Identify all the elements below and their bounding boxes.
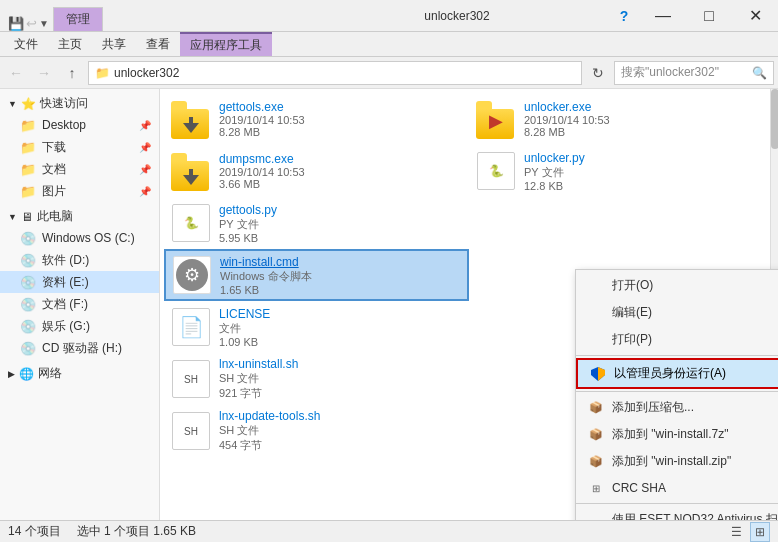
ctx-open-icon	[588, 278, 604, 294]
file-item-gettools-py[interactable]: 🐍 gettools.py PY 文件 5.95 KB	[164, 197, 469, 249]
sidebar-item-c[interactable]: 💿 Windows OS (C:)	[0, 227, 159, 249]
close-button[interactable]: ✕	[732, 0, 778, 32]
ctx-crc[interactable]: ⊞ CRC SHA	[576, 475, 778, 501]
file-size-unlocker-py: 12.8 KB	[524, 180, 767, 192]
ribbon-tab-share[interactable]: 共享	[92, 32, 136, 56]
file-item-dumpsmc-exe[interactable]: dumpsmc.exe 2019/10/14 10:53 3.66 MB	[164, 145, 469, 197]
ctx-add-7z[interactable]: 📦 添加到 "win-install.7z"	[576, 421, 778, 448]
file-info-lnx-uninstall: lnx-uninstall.sh SH 文件 921 字节	[219, 357, 462, 401]
ctx-run-as-admin-label: 以管理员身份运行(A)	[614, 365, 726, 382]
view-tiles-button[interactable]: ⊞	[750, 522, 770, 542]
maximize-button[interactable]: □	[686, 0, 732, 32]
ctx-add-zip[interactable]: 📦 添加到 "win-install.zip"	[576, 448, 778, 475]
file-name-win-install-cmd: win-install.cmd	[220, 255, 461, 269]
status-total: 14 个项目	[8, 523, 61, 540]
ribbon-tab-file[interactable]: 文件	[4, 32, 48, 56]
toolbar-save-icon[interactable]: 💾	[8, 16, 24, 31]
sidebar-pictures-label: 图片	[42, 183, 66, 200]
toolbar-undo-icon[interactable]: ↩	[26, 16, 37, 31]
file-size-lnx-update: 454 字节	[219, 438, 462, 453]
up-button[interactable]: ↑	[60, 61, 84, 85]
back-button[interactable]: ←	[4, 61, 28, 85]
ribbon-tab-home[interactable]: 主页	[48, 32, 92, 56]
ctx-edit-icon	[588, 305, 604, 321]
sidebar-header-network[interactable]: ▶ 🌐 网络	[0, 363, 159, 384]
sidebar-item-f[interactable]: 💿 文档 (F:)	[0, 293, 159, 315]
file-info-gettools-exe: gettools.exe 2019/10/14 10:53 8.28 MB	[219, 100, 462, 138]
file-info-license: LICENSE 文件 1.09 KB	[219, 307, 462, 348]
ctx-zip-icon-1: 📦	[588, 400, 604, 416]
file-info-dumpsmc-exe: dumpsmc.exe 2019/10/14 10:53 3.66 MB	[219, 152, 462, 190]
pc-icon: 🖥	[21, 210, 33, 224]
sidebar-item-d[interactable]: 💿 软件 (D:)	[0, 249, 159, 271]
file-type-license: 文件	[219, 321, 462, 336]
file-info-lnx-update: lnx-update-tools.sh SH 文件 454 字节	[219, 409, 462, 453]
pin-icon: 📌	[139, 164, 151, 175]
file-item-unlocker-py[interactable]: 🐍 unlocker.py PY 文件 12.8 KB	[469, 145, 774, 197]
file-icon-lnx-update: SH	[171, 411, 211, 451]
file-list: gettools.exe 2019/10/14 10:53 8.28 MB ▶ …	[160, 89, 778, 520]
ribbon-tab-view[interactable]: 查看	[136, 32, 180, 56]
ctx-edit[interactable]: 编辑(E)	[576, 299, 778, 326]
file-item-lnx-update[interactable]: SH lnx-update-tools.sh SH 文件 454 字节	[164, 405, 469, 457]
ctx-open-label: 打开(O)	[612, 277, 653, 294]
sidebar-item-downloads[interactable]: 📁 下载 📌	[0, 136, 159, 158]
file-size-dumpsmc-exe: 3.66 MB	[219, 178, 462, 190]
file-icon-gettools-py: 🐍	[171, 203, 211, 243]
scrollbar-thumb[interactable]	[771, 89, 778, 149]
ctx-nod[interactable]: N 使用 ESET NOD32 Antivirus 扫描	[576, 506, 778, 520]
help-icon[interactable]: ?	[608, 0, 640, 32]
status-bar: 14 个项目 选中 1 个项目 1.65 KB ☰ ⊞	[0, 520, 778, 542]
ctx-zip-icon-3: 📦	[588, 454, 604, 470]
star-icon: ⭐	[21, 97, 36, 111]
file-info-unlocker-exe: unlocker.exe 2019/10/14 10:53 8.28 MB	[524, 100, 767, 138]
title-bar: 💾 ↩ ▼ 管理 unlocker302 ? — □ ✕	[0, 0, 778, 32]
sidebar-item-pictures[interactable]: 📁 图片 📌	[0, 180, 159, 202]
file-item-win-install-cmd[interactable]: ⚙ win-install.cmd Windows 命令脚本 1.65 KB	[164, 249, 469, 301]
forward-button[interactable]: →	[32, 61, 56, 85]
sidebar-quickaccess-label: 快速访问	[40, 95, 88, 112]
svg-marker-1	[598, 367, 605, 381]
ctx-print[interactable]: 打印(P)	[576, 326, 778, 353]
tab-manage[interactable]: 管理	[53, 7, 103, 31]
file-item-lnx-uninstall[interactable]: SH lnx-uninstall.sh SH 文件 921 字节	[164, 353, 469, 405]
file-icon-unlocker-exe: ▶	[476, 99, 516, 139]
address-bar: ← → ↑ 📁 unlocker302 ↻ 搜索"unlocker302" 🔍	[0, 57, 778, 89]
sidebar-item-e[interactable]: 💿 资料 (E:)	[0, 271, 159, 293]
sidebar-item-documents[interactable]: 📁 文档 📌	[0, 158, 159, 180]
context-menu: 打开(O) 编辑(E) 打印(P) 以管理员身份运行(A)	[575, 269, 778, 520]
sidebar-item-desktop[interactable]: 📁 Desktop 📌	[0, 114, 159, 136]
ribbon: 文件 主页 共享 查看 应用程序工具	[0, 32, 778, 57]
search-icon: 🔍	[752, 66, 767, 80]
ctx-open[interactable]: 打开(O)	[576, 272, 778, 299]
file-size-win-install-cmd: 1.65 KB	[220, 284, 461, 296]
sidebar-header-thispc[interactable]: ▼ 🖥 此电脑	[0, 206, 159, 227]
ribbon-tab-apptools[interactable]: 应用程序工具	[180, 32, 272, 56]
title-controls: ? — □ ✕	[608, 0, 778, 31]
file-type-lnx-update: SH 文件	[219, 423, 462, 438]
file-item-license[interactable]: 📄 LICENSE 文件 1.09 KB	[164, 301, 469, 353]
file-item-gettools-exe[interactable]: gettools.exe 2019/10/14 10:53 8.28 MB	[164, 93, 469, 145]
search-box[interactable]: 搜索"unlocker302" 🔍	[614, 61, 774, 85]
minimize-button[interactable]: —	[640, 0, 686, 32]
sidebar: ▼ ⭐ 快速访问 📁 Desktop 📌 📁 下载 📌 📁 文档 📌 📁	[0, 89, 160, 520]
sidebar-header-quickaccess[interactable]: ▼ ⭐ 快速访问	[0, 93, 159, 114]
file-name-unlocker-exe: unlocker.exe	[524, 100, 767, 114]
refresh-button[interactable]: ↻	[586, 61, 610, 85]
toolbar-down-icon[interactable]: ▼	[39, 18, 49, 29]
window-title: unlocker302	[306, 0, 608, 31]
sidebar-item-h[interactable]: 💿 CD 驱动器 (H:)	[0, 337, 159, 359]
address-path[interactable]: 📁 unlocker302	[88, 61, 582, 85]
drive-icon: 💿	[20, 297, 36, 312]
file-date-win-install-cmd: Windows 命令脚本	[220, 269, 461, 284]
ctx-run-as-admin[interactable]: 以管理员身份运行(A)	[576, 358, 778, 389]
file-item-unlocker-exe[interactable]: ▶ unlocker.exe 2019/10/14 10:53 8.28 MB	[469, 93, 774, 145]
view-details-button[interactable]: ☰	[726, 522, 746, 542]
sidebar-h-label: CD 驱动器 (H:)	[42, 340, 122, 357]
file-size-unlocker-exe: 8.28 MB	[524, 126, 767, 138]
ctx-edit-label: 编辑(E)	[612, 304, 652, 321]
file-date-gettools-exe: 2019/10/14 10:53	[219, 114, 462, 126]
ctx-add-archive[interactable]: 📦 添加到压缩包...	[576, 394, 778, 421]
sidebar-item-g[interactable]: 💿 娱乐 (G:)	[0, 315, 159, 337]
sidebar-documents-label: 文档	[42, 161, 66, 178]
